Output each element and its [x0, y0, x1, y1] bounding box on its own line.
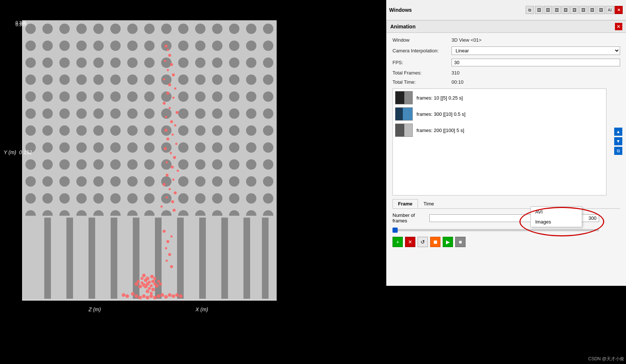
svg-point-57 [144, 278, 148, 282]
window-row: Window 3D View <01> [392, 37, 620, 43]
svg-point-4 [165, 45, 167, 48]
svg-point-60 [141, 277, 143, 280]
watermark: CSDN @天才小俊 [588, 356, 624, 362]
svg-point-86 [164, 295, 168, 299]
svg-point-56 [153, 277, 156, 280]
svg-point-97 [168, 253, 171, 256]
keyframe-down-button[interactable]: ▼ [614, 137, 622, 145]
svg-point-14 [166, 92, 169, 95]
animation-close-button[interactable]: ✕ [615, 23, 622, 30]
toolbar-icon-4[interactable]: 🖼 [561, 6, 570, 14]
svg-point-19 [165, 116, 167, 118]
keyframe-item-1[interactable]: frames: 10 [[5] 0.25 s] [395, 91, 604, 104]
svg-point-55 [142, 274, 146, 277]
sim-canvas: /* we'll do this inline in SVG defs/use … [22, 20, 277, 301]
toolbar-icon-ai[interactable]: AI [606, 6, 614, 14]
tab-time[interactable]: Time [418, 199, 439, 208]
keyframe-thumb-1 [395, 91, 413, 104]
svg-rect-50 [221, 218, 228, 299]
camera-interpolation-select[interactable]: Linear [452, 46, 620, 55]
stop-record-button[interactable]: ⏹ [430, 237, 440, 247]
svg-point-29 [166, 161, 168, 163]
refresh-button[interactable]: ↺ [418, 237, 428, 247]
svg-point-6 [168, 54, 171, 57]
svg-point-32 [166, 174, 169, 177]
svg-point-91 [175, 293, 179, 297]
save-dropdown: AVI Images [530, 207, 582, 227]
slider-track[interactable] [392, 229, 599, 231]
toolbar-icon-2[interactable]: 🖼 [544, 6, 552, 14]
svg-rect-107 [395, 91, 404, 104]
svg-point-23 [172, 134, 174, 136]
svg-point-13 [174, 87, 176, 90]
windows-title: Windows [389, 7, 412, 13]
svg-rect-3 [22, 20, 277, 216]
delete-keyframe-button[interactable]: ✕ [405, 237, 415, 247]
svg-point-80 [142, 294, 146, 298]
svg-rect-44 [89, 218, 95, 299]
svg-point-68 [141, 281, 143, 284]
svg-point-76 [135, 282, 138, 286]
svg-point-27 [170, 152, 172, 154]
svg-point-38 [171, 200, 174, 203]
svg-rect-52 [262, 218, 269, 299]
keyframe-item-2[interactable]: frames: 300 [[10] 0.5 s] [395, 107, 604, 121]
svg-point-34 [163, 183, 166, 186]
tab-frame[interactable]: Frame [392, 199, 418, 208]
keyframe-label-3: frames: 200 [[100] 5 s] [416, 128, 464, 133]
toolbar-icon-6[interactable]: 🖼 [579, 6, 587, 14]
svg-point-39 [160, 205, 163, 208]
fps-input[interactable] [452, 59, 620, 66]
total-frames-row: Total Frames: 310 [392, 70, 620, 76]
keyframe-up-button[interactable]: ▲ [614, 128, 622, 136]
play-button[interactable]: ▶ [443, 237, 453, 247]
slider-handle[interactable] [392, 228, 398, 233]
svg-point-20 [170, 120, 173, 123]
svg-point-92 [179, 294, 183, 298]
svg-point-93 [163, 230, 166, 233]
svg-point-62 [150, 284, 153, 287]
svg-point-74 [138, 285, 142, 288]
keyframe-item-3[interactable]: frames: 200 [[100] 5 s] [395, 124, 604, 137]
toolbar-close-icon[interactable]: ✕ [615, 6, 623, 14]
toolbar-icon-8[interactable]: 🖼 [597, 6, 605, 14]
svg-point-96 [165, 247, 167, 249]
svg-point-79 [138, 296, 142, 299]
window-value: 3D View <01> [452, 37, 481, 43]
keyframe-copy-button[interactable]: ⧉ [614, 147, 622, 155]
dropdown-images[interactable]: Images [531, 217, 582, 227]
svg-point-77 [131, 292, 135, 296]
svg-point-18 [176, 111, 179, 114]
animation-header: Animation ✕ [387, 21, 626, 33]
toolbar-icon-1[interactable]: 🖼 [535, 6, 543, 14]
svg-point-84 [157, 294, 160, 298]
svg-point-30 [171, 166, 174, 169]
svg-point-35 [169, 188, 171, 190]
animation-panel: Animation ✕ Window 3D View <01> Camera I… [386, 20, 626, 286]
x-axis-label: X (m) [196, 306, 208, 312]
svg-point-54 [150, 275, 154, 278]
svg-point-67 [151, 288, 155, 291]
svg-point-66 [148, 287, 151, 290]
svg-point-28 [173, 156, 176, 159]
add-keyframe-button[interactable]: + [392, 237, 403, 247]
restore-button[interactable]: ⧉ [526, 6, 534, 14]
dropdown-avi[interactable]: AVI [531, 207, 582, 217]
svg-point-75 [159, 282, 162, 285]
frame-time-tabs: Frame Time [392, 199, 620, 209]
svg-point-82 [149, 294, 153, 298]
svg-point-11 [163, 78, 165, 80]
toolbar-icon-3[interactable]: 🖼 [553, 6, 561, 14]
svg-point-69 [146, 290, 149, 293]
keyframe-label-2: frames: 300 [[10] 0.5 s] [416, 111, 466, 117]
stop-button[interactable]: ■ [455, 237, 466, 247]
toolbar-icon-7[interactable]: 🖼 [588, 6, 596, 14]
svg-rect-111 [395, 124, 404, 137]
svg-point-17 [169, 107, 171, 109]
svg-point-37 [166, 196, 168, 198]
svg-point-83 [153, 296, 157, 299]
toolbar-icon-5[interactable]: 🖼 [570, 6, 578, 14]
total-time-row: Total Time: 00:10 [392, 79, 620, 85]
svg-point-21 [174, 124, 176, 126]
svg-rect-49 [199, 218, 206, 299]
